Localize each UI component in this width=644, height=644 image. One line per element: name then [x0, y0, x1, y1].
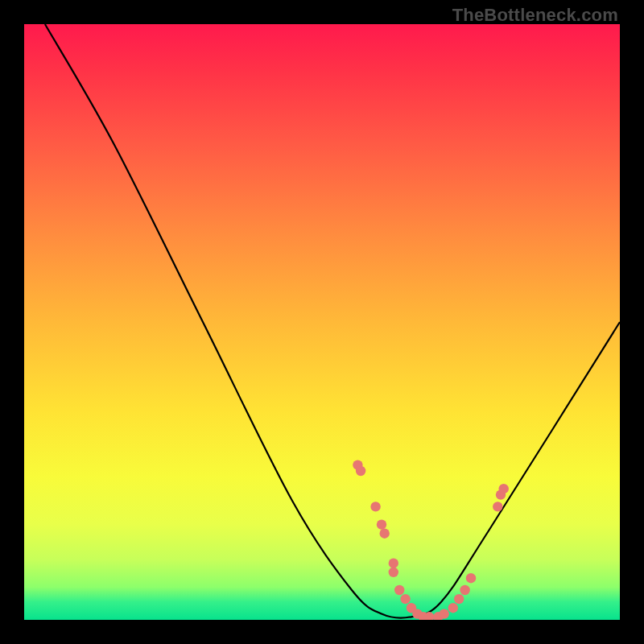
- data-point: [380, 529, 390, 539]
- data-point: [370, 502, 380, 511]
- data-point: [460, 585, 469, 595]
- data-point: [356, 466, 365, 476]
- chart-svg: [24, 24, 620, 620]
- plot-area: [24, 24, 620, 620]
- data-point: [400, 594, 410, 604]
- data-points: [353, 460, 509, 620]
- data-point: [493, 502, 502, 511]
- data-point: [499, 484, 509, 493]
- data-point: [466, 573, 476, 583]
- data-point: [377, 519, 386, 529]
- watermark-text: TheBottleneck.com: [452, 5, 618, 26]
- data-point: [448, 603, 458, 613]
- data-point: [394, 585, 404, 595]
- data-point: [389, 559, 398, 568]
- chart-container: TheBottleneck.com: [0, 0, 644, 644]
- data-point: [454, 594, 464, 604]
- data-point: [440, 609, 449, 618]
- bottleneck-curve: [45, 24, 620, 618]
- data-point: [389, 568, 398, 577]
